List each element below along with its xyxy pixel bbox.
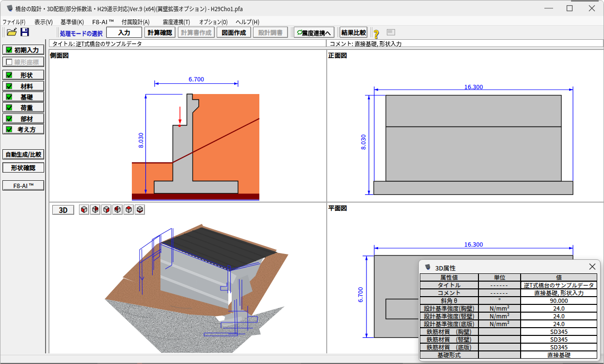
svg-text:16.300: 16.300 <box>464 239 483 249</box>
svg-text:8.030: 8.030 <box>136 133 145 148</box>
svg-text:8.030: 8.030 <box>358 134 367 150</box>
svg-text:6.700: 6.700 <box>355 287 365 302</box>
svg-text:16.300: 16.300 <box>464 82 483 91</box>
svg-text:6.700: 6.700 <box>189 74 204 83</box>
